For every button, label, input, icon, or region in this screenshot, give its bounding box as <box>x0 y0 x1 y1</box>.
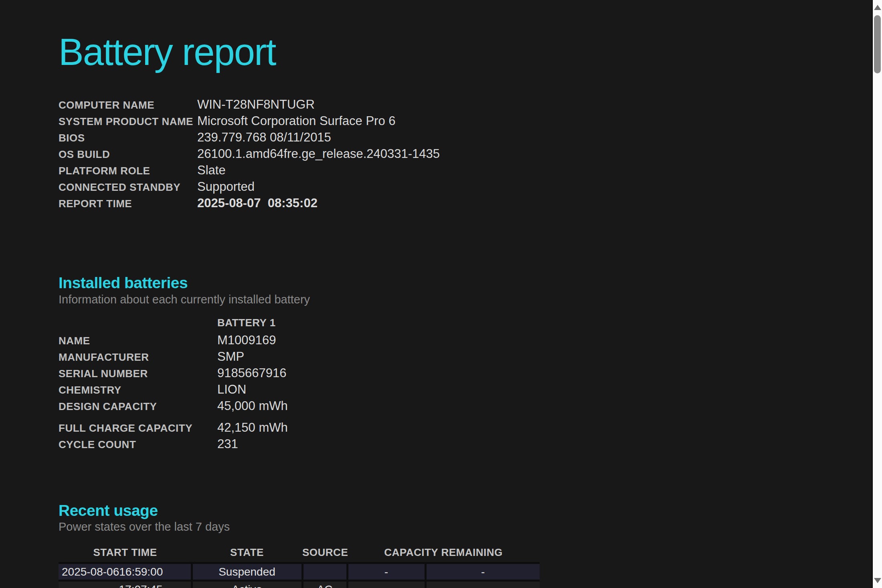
page-title: Battery report <box>59 33 852 71</box>
system-info-row: REPORT TIME 2025-08-07 08:35:02 <box>59 196 852 212</box>
cell-capacity-mwh: - <box>425 563 540 581</box>
system-info-value: WIN-T28NF8NTUGR <box>197 97 315 112</box>
cell-state: Active <box>192 581 302 588</box>
start-time: 16:59:00 <box>119 566 163 578</box>
installed-batteries-heading: Installed batteries <box>59 274 852 293</box>
system-info-label: PLATFORM ROLE <box>59 165 197 177</box>
system-info-label: CONNECTED STANDBY <box>59 181 197 194</box>
recent-usage-subtitle: Power states over the last 7 days <box>59 520 852 534</box>
start-date: 2025-08-06 <box>62 566 119 578</box>
battery-info-label: NAME <box>59 335 217 347</box>
battery-info-value: LION <box>217 382 246 397</box>
battery-info-row: FULL CHARGE CAPACITY 42,150 mWh <box>59 420 852 437</box>
system-info-row: COMPUTER NAME WIN-T28NF8NTUGR <box>59 97 852 114</box>
battery-info-value: 231 <box>217 437 238 451</box>
scrollbar-thumb[interactable] <box>874 15 881 73</box>
system-info-value: 239.779.768 08/11/2015 <box>197 130 331 145</box>
scroll-down-arrow-icon[interactable] <box>874 578 881 583</box>
system-info-label: BIOS <box>59 132 197 144</box>
table-row: 17:07:45 Active AC - - <box>59 581 540 588</box>
cell-source: AC <box>302 581 347 588</box>
system-info-row: OS BUILD 26100.1.amd64fre.ge_release.240… <box>59 147 852 163</box>
cell-start-time: 17:07:45 <box>59 581 192 588</box>
battery-info-label: MANUFACTURER <box>59 351 217 364</box>
cell-capacity-percent: - <box>347 581 425 588</box>
recent-usage-table-body: 2025-08-06 16:59:00 Suspended - - 17:07:… <box>59 563 540 588</box>
recent-usage-table: START TIME STATE SOURCE CAPACITY REMAINI… <box>59 543 540 588</box>
cell-start-time: 2025-08-06 16:59:00 <box>59 563 192 581</box>
column-header-state: STATE <box>192 543 302 563</box>
installed-batteries-table: BATTERY 1 NAME M1009169 MANUFACTURER SMP… <box>59 317 852 453</box>
cell-source <box>302 563 347 581</box>
battery-info-value: SMP <box>217 350 244 364</box>
scroll-up-arrow-icon[interactable] <box>874 5 881 10</box>
battery-info-row: CHEMISTRY LION <box>59 382 852 399</box>
installed-batteries-subtitle: Information about each currently install… <box>59 293 852 307</box>
system-info-value: 2025-08-07 08:35:02 <box>197 196 318 210</box>
column-header-source: SOURCE <box>302 543 347 563</box>
battery-info-label: DESIGN CAPACITY <box>59 400 217 413</box>
battery-info-row: CYCLE COUNT 231 <box>59 437 852 453</box>
battery-info-value: 42,150 mWh <box>217 420 288 435</box>
recent-usage-table-head: START TIME STATE SOURCE CAPACITY REMAINI… <box>59 543 540 563</box>
cell-capacity-percent: - <box>347 563 425 581</box>
system-info-table: COMPUTER NAME WIN-T28NF8NTUGR SYSTEM PRO… <box>59 97 852 212</box>
system-info-row: CONNECTED STANDBY Supported <box>59 180 852 196</box>
battery-info-value: 45,000 mWh <box>217 399 288 413</box>
battery-report-page: Battery report COMPUTER NAME WIN-T28NF8N… <box>59 0 852 588</box>
battery-info-value: M1009169 <box>217 333 276 348</box>
table-row: 2025-08-06 16:59:00 Suspended - - <box>59 563 540 581</box>
battery-info-row: NAME M1009169 <box>59 333 852 350</box>
system-info-row: SYSTEM PRODUCT NAME Microsoft Corporatio… <box>59 114 852 130</box>
battery-info-label: SERIAL NUMBER <box>59 368 217 380</box>
cell-state: Suspended <box>192 563 302 581</box>
battery-info-value: 9185667916 <box>217 366 286 380</box>
battery-info-row: DESIGN CAPACITY 45,000 mWh <box>59 399 852 415</box>
battery-info-label: CHEMISTRY <box>59 384 217 396</box>
recent-usage-heading: Recent usage <box>59 501 852 520</box>
system-info-label: COMPUTER NAME <box>59 99 197 111</box>
battery-info-label: FULL CHARGE CAPACITY <box>59 422 217 434</box>
battery-info-row: SERIAL NUMBER 9185667916 <box>59 366 852 382</box>
system-info-value: Slate <box>197 163 226 178</box>
system-info-row: PLATFORM ROLE Slate <box>59 163 852 180</box>
cell-capacity-mwh: - <box>425 581 540 588</box>
system-info-label: OS BUILD <box>59 148 197 161</box>
system-info-value: 26100.1.amd64fre.ge_release.240331-1435 <box>197 147 440 161</box>
start-time: 17:07:45 <box>119 583 163 588</box>
battery-info-row: MANUFACTURER SMP <box>59 350 852 366</box>
system-info-label: REPORT TIME <box>59 198 197 210</box>
vertical-scrollbar[interactable] <box>872 0 882 588</box>
battery-column-header-row: BATTERY 1 <box>59 317 852 333</box>
system-info-value: Supported <box>197 180 255 194</box>
system-info-row: BIOS 239.779.768 08/11/2015 <box>59 130 852 147</box>
battery-info-label: CYCLE COUNT <box>59 438 217 451</box>
recent-usage-header-row: START TIME STATE SOURCE CAPACITY REMAINI… <box>59 543 540 563</box>
column-header-capacity-remaining: CAPACITY REMAINING <box>347 543 540 563</box>
system-info-label: SYSTEM PRODUCT NAME <box>59 115 197 128</box>
system-info-value: Microsoft Corporation Surface Pro 6 <box>197 114 396 128</box>
battery-column-header: BATTERY 1 <box>217 317 276 329</box>
column-header-start-time: START TIME <box>59 543 192 563</box>
